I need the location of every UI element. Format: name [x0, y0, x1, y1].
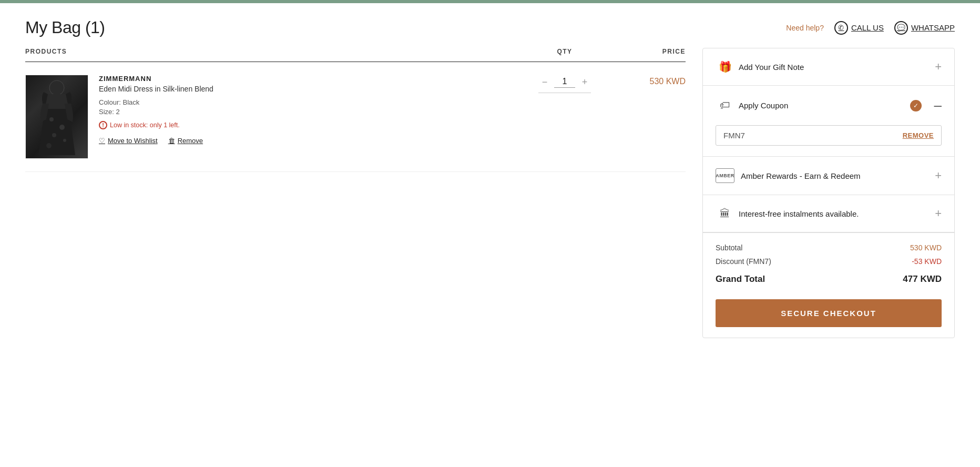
col-price-header: PRICE — [612, 48, 686, 55]
amber-label: Amber Rewards - Earn & Redeem — [734, 171, 926, 180]
sidebar-card: 🎁 Add Your Gift Note + 🏷 Apply Coupon ✓ … — [702, 48, 955, 338]
page-title: My Bag (1) — [25, 18, 105, 37]
qty-controls: − 1 + — [537, 75, 592, 89]
col-qty-header: QTY — [517, 48, 612, 55]
heart-icon: ♡ — [99, 137, 105, 145]
coupon-row[interactable]: 🏷 Apply Coupon ✓ – — [703, 86, 954, 125]
product-info: ZIMMERMANN Eden Midi Dress in Silk-linen… — [88, 75, 517, 145]
discount-value: -53 KWD — [912, 257, 942, 266]
product-image — [25, 75, 88, 159]
coupon-toggle[interactable]: – — [926, 97, 942, 114]
bank-icon: 🏛 — [716, 208, 734, 220]
qty-decrease-button[interactable]: − — [537, 75, 552, 89]
product-colour: Colour: Black — [99, 98, 507, 106]
svg-point-5 — [46, 143, 52, 148]
summary-section: Subtotal 530 KWD Discount (FMN7) -53 KWD… — [703, 232, 954, 291]
svg-point-4 — [63, 139, 66, 142]
grand-total-value: 477 KWD — [903, 274, 942, 285]
gift-icon: 🎁 — [716, 60, 734, 73]
qty-value: 1 — [554, 77, 575, 88]
discount-row: Discount (FMN7) -53 KWD — [716, 257, 942, 266]
secure-checkout-button[interactable]: SECURE CHECKOUT — [716, 299, 942, 327]
instalment-section: 🏛 Interest-free instalments available. + — [703, 195, 954, 232]
phone-icon: ✆ — [834, 21, 848, 35]
coupon-code-display: FMN7 — [723, 131, 903, 140]
instalment-label: Interest-free instalments available. — [734, 209, 926, 218]
coupon-icon: 🏷 — [716, 99, 734, 111]
low-stock-warning: ! Low in stock: only 1 left. — [99, 121, 507, 129]
call-us-link[interactable]: ✆ CALL US — [834, 21, 884, 35]
product-size: Size: 2 — [99, 108, 507, 116]
grand-total-row: Grand Total 477 KWD — [716, 271, 942, 285]
table-row: ZIMMERMANN Eden Midi Dress in Silk-linen… — [25, 62, 686, 172]
instalment-toggle[interactable]: + — [926, 207, 942, 220]
gift-note-row[interactable]: 🎁 Add Your Gift Note + — [703, 48, 954, 85]
coupon-label: Apply Coupon — [734, 101, 906, 110]
coupon-applied-check: ✓ — [910, 100, 922, 111]
product-price: 530 KWD — [612, 75, 686, 86]
coupon-input-wrap: FMN7 REMOVE — [716, 125, 942, 146]
products-section: PRODUCTS QTY PRICE — [25, 48, 686, 172]
svg-point-0 — [49, 80, 64, 95]
svg-point-2 — [59, 125, 65, 130]
amber-icon: AMBER — [716, 168, 734, 183]
svg-point-1 — [49, 117, 54, 121]
gift-note-section: 🎁 Add Your Gift Note + — [703, 48, 954, 86]
instalment-row[interactable]: 🏛 Interest-free instalments available. + — [703, 195, 954, 232]
gift-note-label: Add Your Gift Note — [734, 63, 926, 72]
remove-item-link[interactable]: 🗑 Remove — [168, 137, 203, 145]
grand-total-label: Grand Total — [716, 274, 765, 285]
dress-silhouette-svg — [38, 77, 75, 156]
subtotal-value: 530 KWD — [910, 243, 942, 252]
svg-point-3 — [52, 133, 56, 137]
header: My Bag (1) Need help? ✆ CALL US 💬 WHATSA… — [0, 3, 980, 48]
trash-icon: 🗑 — [168, 137, 175, 145]
product-name: Eden Midi Dress in Silk-linen Blend — [99, 85, 507, 93]
amber-toggle[interactable]: + — [926, 169, 942, 182]
table-header: PRODUCTS QTY PRICE — [25, 48, 686, 62]
qty-wrapper: − 1 + — [517, 75, 612, 93]
gift-note-toggle[interactable]: + — [926, 60, 942, 74]
warning-icon: ! — [99, 121, 107, 129]
col-products-header: PRODUCTS — [25, 48, 517, 55]
sidebar: 🎁 Add Your Gift Note + 🏷 Apply Coupon ✓ … — [702, 48, 955, 338]
whatsapp-icon: 💬 — [894, 21, 908, 35]
qty-increase-button[interactable]: + — [577, 75, 592, 89]
coupon-input-row: FMN7 REMOVE — [703, 125, 954, 156]
product-actions: ♡ Move to Wishlist 🗑 Remove — [99, 137, 507, 145]
amber-section: AMBER Amber Rewards - Earn & Redeem + — [703, 157, 954, 195]
need-help-text: Need help? — [786, 24, 824, 32]
remove-coupon-link[interactable]: REMOVE — [903, 131, 934, 139]
coupon-section: 🏷 Apply Coupon ✓ – FMN7 REMOVE — [703, 86, 954, 157]
move-to-wishlist-link[interactable]: ♡ Move to Wishlist — [99, 137, 158, 145]
product-image-placeholder — [26, 75, 88, 158]
subtotal-label: Subtotal — [716, 243, 742, 252]
help-area: Need help? ✆ CALL US 💬 WHATSAPP — [786, 21, 955, 35]
subtotal-row: Subtotal 530 KWD — [716, 243, 942, 252]
whatsapp-link[interactable]: 💬 WHATSAPP — [894, 21, 955, 35]
main-layout: PRODUCTS QTY PRICE — [0, 48, 980, 359]
amber-row[interactable]: AMBER Amber Rewards - Earn & Redeem + — [703, 157, 954, 195]
discount-label: Discount (FMN7) — [716, 257, 771, 266]
qty-underline — [538, 93, 591, 93]
brand-name: ZIMMERMANN — [99, 75, 507, 83]
